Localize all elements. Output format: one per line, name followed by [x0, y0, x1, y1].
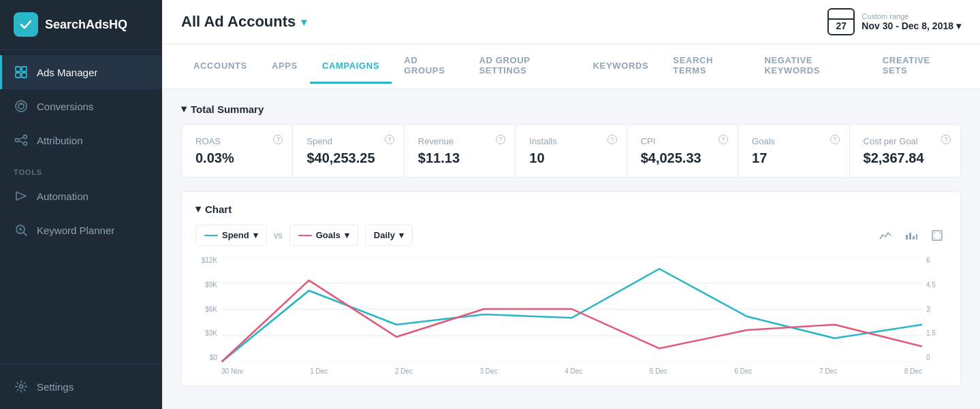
svg-point-9: [24, 142, 27, 146]
tab-ad-groups[interactable]: AD GROUPS: [392, 44, 467, 88]
metric-cpi: CPI $4,025.33 ?: [627, 125, 738, 177]
chart-section: ▾ Chart Spend ▾ vs Goals ▾: [181, 191, 961, 387]
automation-icon: [14, 189, 29, 203]
info-icon[interactable]: ?: [496, 135, 505, 144]
svg-line-11: [19, 141, 24, 143]
topbar-right: 27 Custom range Nov 30 - Dec 8, 2018 ▾: [827, 8, 961, 35]
metric-spend-label: Spend: [306, 136, 390, 146]
sidebar-item-settings[interactable]: Settings: [0, 370, 162, 404]
svg-rect-20: [913, 236, 915, 240]
expand-icon[interactable]: [928, 226, 947, 245]
svg-point-7: [16, 139, 19, 142]
tab-accounts[interactable]: ACCOUNTS: [181, 50, 259, 84]
svg-rect-22: [932, 231, 942, 240]
metric-cpi-value: $4,025.33: [641, 150, 724, 166]
total-summary-header[interactable]: ▾ Total Summary: [181, 103, 961, 115]
date-range-value: Nov 30 - Dec 8, 2018 ▾: [862, 20, 961, 31]
account-selector-label: All Ad Accounts: [181, 13, 296, 31]
sidebar-bottom: Settings: [0, 363, 162, 409]
chart-controls-right: [876, 226, 947, 245]
sidebar-nav: Ads Manager Conversions: [0, 50, 162, 363]
y-label-3k: $3K: [205, 329, 217, 337]
metric-roas: ROAS 0.03% ?: [182, 125, 293, 177]
svg-point-4: [16, 101, 27, 112]
chart-controls-left: Spend ▾ vs Goals ▾ Daily ▾: [195, 225, 413, 246]
tab-search-terms[interactable]: SEARCH TERMS: [661, 44, 752, 88]
tab-negative-keywords[interactable]: NEGATIVE KEYWORDS: [752, 44, 870, 88]
chevron-down-icon: ▾: [399, 230, 404, 240]
metric-roas-value: 0.03%: [195, 150, 279, 166]
metric-spend-value: $40,253.25: [306, 150, 390, 166]
app-logo-icon: [14, 12, 38, 37]
x-label-6dec: 6 Dec: [735, 367, 753, 375]
svg-rect-0: [16, 67, 20, 71]
chevron-down-icon: ▾: [345, 230, 349, 240]
spend-line-indicator: [204, 235, 218, 236]
chart-controls: Spend ▾ vs Goals ▾ Daily ▾: [195, 225, 947, 246]
svg-rect-2: [16, 73, 20, 78]
app-name: SearchAdsHQ: [45, 18, 127, 32]
info-icon[interactable]: ?: [607, 135, 617, 144]
info-icon[interactable]: ?: [273, 135, 283, 144]
metric-cost-per-goal-value: $2,367.84: [864, 150, 947, 166]
tab-apps[interactable]: APPS: [259, 50, 310, 84]
x-label-5dec: 5 Dec: [650, 367, 667, 375]
main-content: All Ad Accounts ▾ 27 Custom range Nov 30…: [162, 0, 980, 409]
x-label-2dec: 2 Dec: [395, 367, 413, 375]
metric-goals-label: Goals: [752, 136, 835, 146]
chart-header[interactable]: ▾ Chart: [195, 203, 947, 215]
tab-keywords[interactable]: KEYWORDS: [581, 50, 661, 84]
svg-rect-18: [906, 235, 908, 240]
topbar: All Ad Accounts ▾ 27 Custom range Nov 30…: [162, 0, 980, 44]
y-right-label-4-5: 4.5: [926, 281, 936, 289]
date-range-selector[interactable]: 27 Custom range Nov 30 - Dec 8, 2018 ▾: [827, 8, 961, 35]
chevron-down-icon: ▾: [956, 20, 961, 31]
info-icon[interactable]: ?: [941, 135, 951, 144]
chevron-down-icon: ▾: [301, 16, 306, 29]
goals-line: [221, 280, 922, 362]
y-label-12k: $12K: [202, 257, 217, 264]
sidebar-item-automation[interactable]: Automation: [0, 179, 162, 213]
tab-ad-group-settings[interactable]: AD GROUP SETTINGS: [467, 44, 580, 88]
settings-icon: [14, 379, 29, 394]
info-icon[interactable]: ?: [830, 135, 840, 144]
info-icon[interactable]: ?: [718, 135, 728, 144]
attribution-icon: [14, 133, 29, 148]
chart-title: Chart: [205, 203, 232, 215]
y-label-9k: $9K: [205, 281, 217, 289]
svg-rect-3: [22, 73, 27, 78]
y-right-label-6: 6: [926, 257, 930, 264]
svg-rect-1: [22, 67, 27, 71]
tools-section-label: TOOLS: [0, 157, 162, 179]
sidebar-item-ads-manager[interactable]: Ads Manager: [0, 55, 162, 89]
info-icon[interactable]: ?: [385, 135, 394, 144]
account-selector[interactable]: All Ad Accounts ▾: [181, 13, 306, 31]
conversions-icon: [14, 99, 29, 114]
sidebar-item-keyword-planner[interactable]: Keyword Planner: [0, 213, 162, 247]
calendar-icon: 27: [827, 8, 855, 35]
primary-metric-dropdown[interactable]: Spend ▾: [195, 225, 267, 246]
content-area: ▾ Total Summary ROAS 0.03% ? Spend $40,2…: [162, 89, 980, 409]
sidebar-item-attribution[interactable]: Attribution: [0, 123, 162, 157]
y-label-6k: $6K: [205, 306, 217, 313]
x-label-7dec: 7 Dec: [819, 367, 837, 375]
date-range-label: Custom range: [862, 12, 908, 20]
y-right-label-1-5: 1.5: [926, 329, 936, 337]
grid-icon: [14, 65, 29, 80]
line-chart-icon[interactable]: [876, 226, 895, 245]
metric-revenue-label: Revenue: [418, 136, 501, 146]
tab-campaigns[interactable]: CAMPAIGNS: [310, 50, 392, 84]
sidebar-item-conversions[interactable]: Conversions: [0, 89, 162, 123]
metric-cost-per-goal-label: Cost per Goal: [864, 136, 947, 146]
vs-label: vs: [274, 230, 283, 240]
bar-chart-icon[interactable]: [902, 226, 921, 245]
y-right-label-0: 0: [926, 354, 930, 361]
secondary-metric-dropdown[interactable]: Goals ▾: [289, 225, 358, 246]
collapse-chevron-icon: ▾: [181, 103, 187, 115]
interval-dropdown[interactable]: Daily ▾: [365, 225, 413, 246]
metric-revenue: Revenue $11.13 ?: [405, 125, 516, 177]
tab-creative-sets[interactable]: CREATIVE SETS: [870, 44, 961, 88]
svg-rect-19: [909, 233, 911, 240]
x-label-8dec: 8 Dec: [904, 367, 922, 375]
metric-goals-value: 17: [752, 150, 835, 166]
